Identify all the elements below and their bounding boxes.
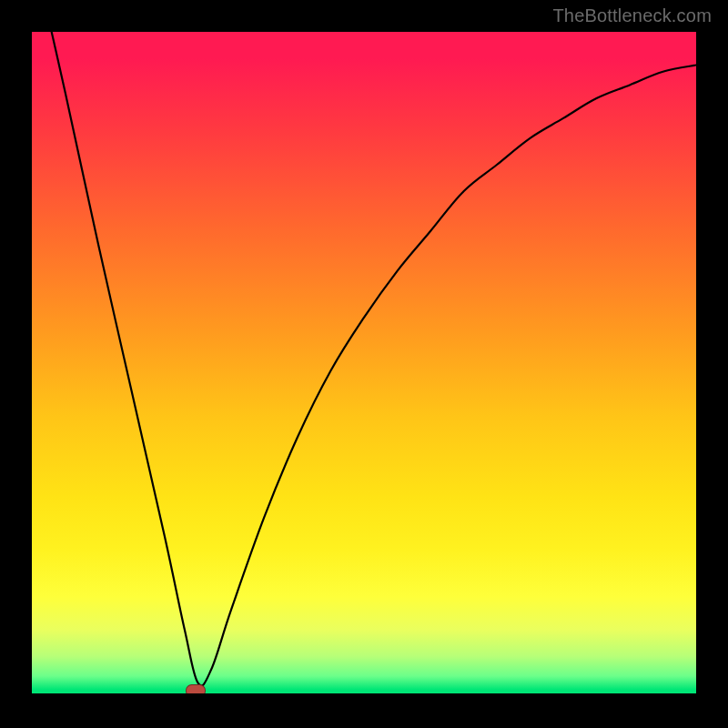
x-axis-baseline <box>32 693 696 696</box>
chart-canvas: TheBottleneck.com <box>0 0 728 728</box>
plot-area <box>32 32 696 696</box>
watermark-label: TheBottleneck.com <box>552 5 712 26</box>
bottleneck-curve <box>32 32 696 696</box>
